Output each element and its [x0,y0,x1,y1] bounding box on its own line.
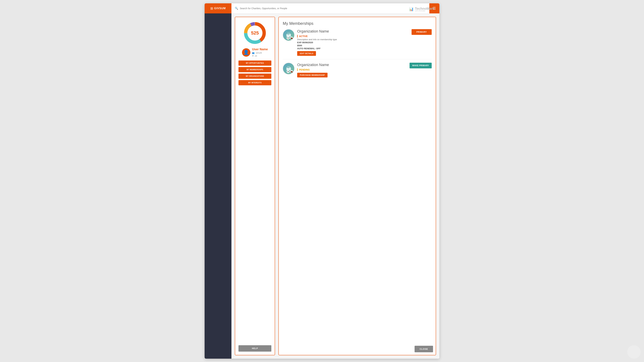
watermark-icon: 📊 [409,7,414,11]
make-primary-button[interactable]: MAKE PRIMARY [410,63,432,68]
profile-card: 525 👤 User Name 👥 10/129 ❤ [235,17,275,355]
logo-area: ⊞ GIVSUM [204,3,232,13]
user-name: User Name [252,48,268,51]
decorative-circle [627,345,641,359]
profile-info-row: 👤 User Name 👥 10/129 ❤ 24 [242,48,268,57]
briefcase-badge-2: 💼 [290,70,293,73]
org-avatar-1: 🏔 ❤ 💼 [283,29,294,41]
profile-nav-buttons: MY OPPORTUNITIES MY MEMBERSHIPS MY ORGAN… [238,60,271,85]
org-avatar-overlay-1: ❤ 💼 [286,36,293,39]
org-name-1: Organization Name [297,29,409,33]
followers-row: 👥 10/129 [252,52,268,54]
logo-icon: ⊞ [210,6,213,10]
membership-desc-1: Description and Info on membership type [297,38,409,41]
membership-price-1: $500 [297,44,409,47]
sidebar [204,13,232,359]
membership-details-1: Organization Name ACTIVE Description and… [297,29,409,56]
likes-value: 24 [255,55,257,57]
content-area: 525 👤 User Name 👥 10/129 ❤ [232,13,440,359]
search-input[interactable] [240,7,426,10]
my-interests-button[interactable]: MY INTERESTS [238,80,271,85]
profile-avatar: 👤 [242,48,250,57]
org-avatar-inner-1: 🏔 ❤ 💼 [283,29,294,40]
org-avatar-overlay-2: ❤ 💼 [286,70,293,73]
membership-action-1: PRIMARY [412,29,432,35]
my-opportunities-button[interactable]: MY OPPORTUNITIES [238,60,271,66]
memberships-panel: My Memberships 🏔 ❤ 💼 Organizati [278,17,436,355]
likes-icon: ❤ [252,55,254,57]
my-organizations-button[interactable]: MY ORGANIZATIONS [238,73,271,79]
memberships-title: My Memberships [283,21,432,26]
org-avatar-2: 🏔 ❤ 💼 [283,63,294,74]
my-memberships-button[interactable]: MY MEMBERSHIPS [238,67,271,72]
edit-details-button-1[interactable]: EDIT DETAILS [297,51,316,56]
profile-stats: User Name 👥 10/129 ❤ 24 [252,48,268,57]
donut-chart: 525 [242,20,268,45]
top-nav: ⊞ GIVSUM 🔍 ☰ [204,3,440,13]
heart-badge-1: ❤ [286,36,290,39]
membership-action-2: MAKE PRIMARY [410,63,432,68]
avatar-icon: 👤 [243,50,249,55]
close-button[interactable]: CLOSE [414,346,433,352]
membership-item: 🏔 ❤ 💼 Organization Name ACTIVE Descripti… [283,29,432,59]
search-area: 🔍 [232,7,429,10]
watermark: 📊 TechnoMark Let's Innovate [409,7,434,12]
membership-renewal-1: AUTO RENEWAL: OFF [297,47,409,50]
browser-window: 📊 TechnoMark Let's Innovate ⊞ GIVSUM 🔍 ☰ [204,3,440,359]
followers-value: 10/129 [256,52,262,54]
purchase-membership-button[interactable]: PURCHASE MEMBERSHIP [297,73,328,77]
logo-text: GIVSUM [214,7,226,10]
likes-row: ❤ 24 [252,55,268,57]
help-area: HELP [238,345,271,352]
followers-icon: 👥 [252,52,254,54]
membership-exp-1: EXP 00/06/2020 [297,41,409,44]
membership-status-1: ACTIVE [297,35,409,37]
org-name-2: Organization Name [297,63,407,67]
org-avatar-inner-2: 🏔 ❤ 💼 [283,63,294,74]
heart-badge-2: ❤ [286,70,290,73]
membership-details-2: Organization Name PENDING PURCHASE MEMBE… [297,63,407,77]
main-layout: 525 👤 User Name 👥 10/129 ❤ [204,13,440,359]
primary-button-1[interactable]: PRIMARY [412,29,432,35]
donut-center-value: 525 [251,30,259,36]
search-icon: 🔍 [235,7,238,10]
membership-status-2: PENDING [297,68,407,71]
briefcase-badge-1: 💼 [290,36,293,39]
help-button[interactable]: HELP [238,345,271,352]
membership-item-2: 🏔 ❤ 💼 Organization Name PENDING PURCHASE… [283,63,432,81]
